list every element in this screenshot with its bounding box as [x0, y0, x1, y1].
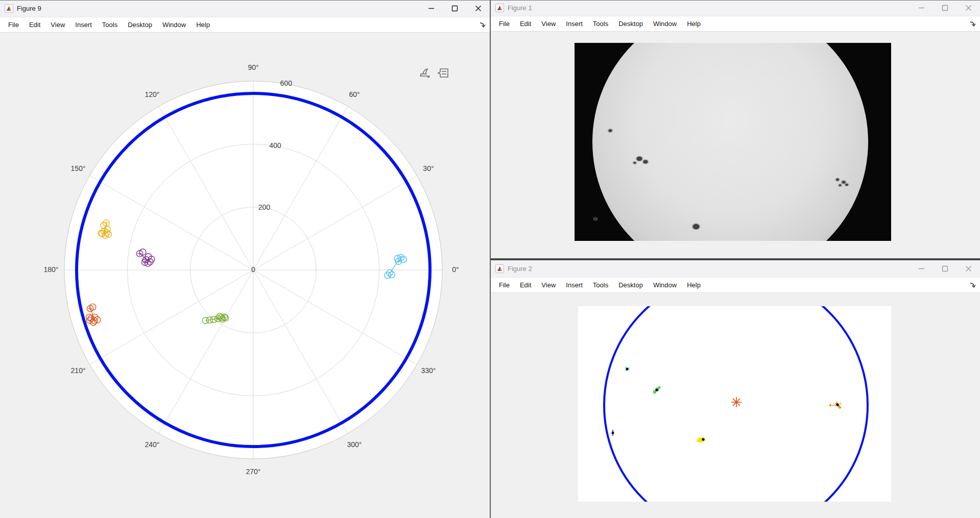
sunspot [632, 161, 637, 165]
menubar-figure1: FileEditViewInsertToolsDesktopWindowHelp [491, 16, 980, 32]
menu-item-view[interactable]: View [45, 18, 70, 31]
sun-image [491, 32, 980, 259]
theta-tick-label: 0° [452, 265, 459, 274]
menu-item-help[interactable]: Help [191, 18, 215, 31]
menu-item-desktop[interactable]: Desktop [613, 279, 648, 291]
maximize-button[interactable] [443, 0, 466, 17]
menubar-figure9: FileEditViewInsertToolsDesktopWindowHelp [0, 17, 490, 33]
menu-item-view[interactable]: View [536, 279, 561, 291]
theta-tick-label: 180° [44, 265, 59, 274]
r-tick-label: 200 [258, 203, 271, 211]
theta-tick-label: 240° [145, 440, 160, 449]
close-button[interactable] [957, 0, 980, 16]
theta-tick-label: 30° [423, 164, 434, 172]
menu-item-edit[interactable]: Edit [515, 279, 536, 291]
sunspot [608, 129, 613, 133]
menu-item-insert[interactable]: Insert [561, 279, 588, 291]
menu-item-edit[interactable]: Edit [515, 17, 536, 30]
theta-tick-label: 210° [71, 366, 86, 375]
theta-tick-label: 270° [246, 467, 261, 476]
window-divider [491, 258, 980, 259]
sunspot [593, 217, 597, 220]
menu-item-file[interactable]: File [494, 279, 515, 291]
menu-item-file[interactable]: File [494, 17, 515, 30]
axes-toolbar [419, 67, 449, 81]
minimize-button[interactable] [910, 0, 933, 16]
menu-item-desktop[interactable]: Desktop [123, 18, 157, 31]
menu-item-insert[interactable]: Insert [561, 17, 588, 30]
theta-tick-label: 300° [347, 440, 362, 449]
brush-icon[interactable] [419, 67, 432, 81]
polar-plot: 0°30°60°90°120°150°180°210°240°270°300°3… [0, 33, 490, 518]
close-button[interactable] [957, 260, 980, 277]
menu-overflow-arrow-icon[interactable] [479, 21, 486, 30]
sunspot [838, 184, 843, 187]
matlab-figure-icon [5, 4, 13, 13]
menu-item-help[interactable]: Help [682, 279, 706, 291]
menu-item-window[interactable]: Window [648, 279, 682, 291]
menu-item-window[interactable]: Window [648, 17, 682, 30]
datatip-icon[interactable] [436, 67, 449, 81]
menubar-figure2: FileEditViewInsertToolsDesktopWindowHelp [491, 278, 980, 293]
titlebar-figure2[interactable]: Figure 2 [491, 260, 980, 278]
sunspot [636, 156, 643, 161]
menu-item-edit[interactable]: Edit [24, 18, 45, 31]
theta-tick-label: 120° [145, 90, 160, 98]
window-title: Figure 9 [17, 5, 41, 12]
minimize-button[interactable] [419, 0, 443, 17]
window-figure2: Figure 2 FileEditViewInsertToolsDesktopW… [491, 259, 980, 518]
window-figure9: Figure 9 FileEditViewInsertToolsDesktopW… [0, 0, 491, 518]
sunspot-map-plot [491, 294, 980, 518]
menu-item-desktop[interactable]: Desktop [613, 17, 648, 30]
window-title: Figure 2 [508, 265, 532, 273]
menu-item-insert[interactable]: Insert [70, 18, 97, 31]
figure9-canvas: 0°30°60°90°120°150°180°210°240°270°300°3… [0, 33, 490, 518]
menu-item-file[interactable]: File [3, 18, 24, 31]
menu-item-tools[interactable]: Tools [97, 18, 123, 31]
sunspot [844, 183, 849, 186]
window-title: Figure 1 [508, 4, 532, 12]
r-tick-label: 400 [269, 141, 281, 150]
sunspot [692, 223, 701, 230]
disk-center-asterisk [731, 397, 742, 407]
desktop: Figure 9 FileEditViewInsertToolsDesktopW… [0, 0, 980, 518]
r-tick-label: 600 [280, 79, 293, 87]
menu-overflow-arrow-icon[interactable] [969, 20, 976, 29]
menu-item-window[interactable]: Window [157, 18, 191, 31]
menu-item-help[interactable]: Help [682, 17, 706, 30]
figure1-canvas [491, 32, 980, 259]
r-tick-label: 0 [251, 265, 255, 274]
theta-tick-label: 150° [71, 164, 86, 172]
menu-item-tools[interactable]: Tools [588, 279, 613, 291]
titlebar-figure9[interactable]: Figure 9 [0, 0, 490, 17]
figure2-canvas [491, 294, 980, 518]
theta-tick-label: 330° [421, 366, 436, 375]
sunspot [642, 159, 649, 164]
titlebar-figure1[interactable]: Figure 1 [491, 0, 980, 16]
minimize-button[interactable] [910, 260, 933, 277]
maximize-button[interactable] [933, 0, 957, 16]
menu-item-view[interactable]: View [536, 17, 561, 30]
screen-edge [0, 0, 980, 1]
matlab-figure-icon [495, 264, 504, 273]
maximize-button[interactable] [933, 260, 957, 277]
matlab-figure-icon [495, 4, 504, 12]
menu-overflow-arrow-icon[interactable] [969, 281, 976, 290]
theta-tick-label: 60° [349, 90, 360, 98]
menu-item-tools[interactable]: Tools [588, 17, 613, 30]
theta-tick-label: 90° [248, 63, 258, 71]
sunspot [835, 178, 840, 182]
window-figure1: Figure 1 FileEditViewInsertToolsDesktopW… [491, 0, 980, 259]
close-button[interactable] [466, 0, 490, 17]
